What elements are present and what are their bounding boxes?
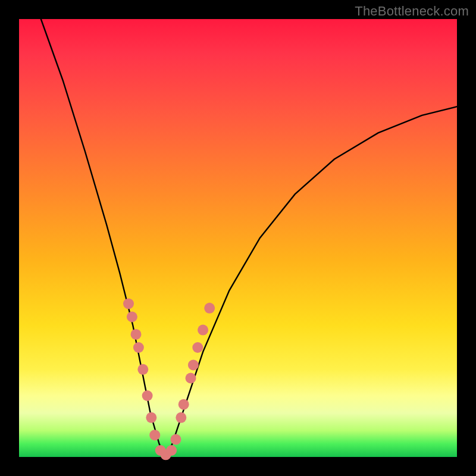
curve-marker bbox=[198, 325, 208, 336]
curve-marker bbox=[133, 342, 144, 353]
curve-marker bbox=[192, 342, 203, 353]
curve-marker bbox=[171, 434, 181, 445]
curve-marker bbox=[137, 364, 148, 375]
curve-marker bbox=[149, 430, 160, 440]
curve-markers bbox=[123, 298, 215, 460]
curve-marker bbox=[186, 373, 196, 384]
watermark-text: TheBottleneck.com bbox=[355, 4, 469, 19]
curve-marker bbox=[176, 412, 186, 423]
curve-marker bbox=[188, 359, 199, 370]
curve-marker bbox=[127, 312, 137, 322]
curve-marker bbox=[146, 412, 156, 423]
curve-marker bbox=[123, 298, 134, 309]
curve-marker bbox=[131, 329, 142, 340]
curve-marker bbox=[204, 303, 215, 314]
bottleneck-curve bbox=[41, 19, 457, 457]
chart-frame: TheBottleneck.com bbox=[0, 0, 476, 476]
plot-area bbox=[19, 19, 457, 457]
curve-marker bbox=[142, 390, 153, 401]
curve-marker bbox=[166, 445, 177, 456]
curve-marker bbox=[178, 399, 189, 410]
curve-layer bbox=[19, 19, 457, 457]
